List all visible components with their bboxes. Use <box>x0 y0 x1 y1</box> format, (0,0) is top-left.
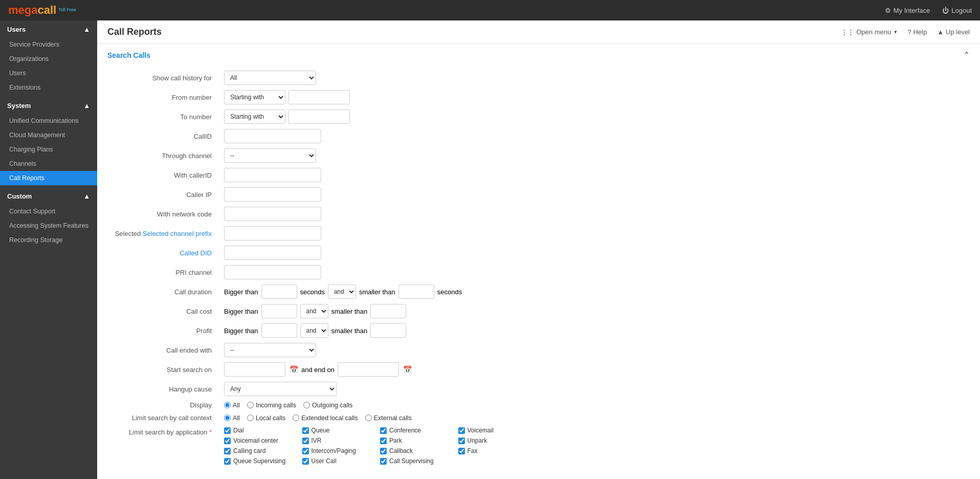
to-number-filter-select[interactable]: Starting with Exact Contains <box>224 110 285 124</box>
through-channel-select[interactable]: -- <box>224 148 316 163</box>
sidebar-item-unified-communications[interactable]: Unified Communications <box>0 114 97 128</box>
context-extended-radio[interactable] <box>293 415 299 421</box>
display-outgoing-label[interactable]: Outgoing calls <box>303 402 352 409</box>
end-calendar-icon[interactable]: 📅 <box>403 365 412 374</box>
end-date-input[interactable] <box>338 362 399 377</box>
app-voicemail-center-label[interactable]: Voicemail center <box>224 437 297 444</box>
show-call-history-select[interactable]: All Selected Users All Users <box>224 71 316 85</box>
label-pri-channel: PRI channel <box>107 263 220 282</box>
app-dial-checkbox[interactable] <box>224 427 231 434</box>
app-queue-supervising-label[interactable]: Queue Supervising <box>224 458 297 465</box>
call-ended-select[interactable]: -- <box>224 343 316 357</box>
app-callback-checkbox[interactable] <box>380 448 387 454</box>
app-voicemail-checkbox[interactable] <box>458 427 465 434</box>
cost-and-select[interactable]: and or <box>300 304 328 318</box>
start-date-input[interactable] <box>224 362 285 377</box>
display-incoming-label[interactable]: Incoming calls <box>247 402 296 409</box>
callerid-input[interactable] <box>224 168 321 182</box>
app-queue-supervising-checkbox[interactable] <box>224 458 231 465</box>
sidebar-item-organizations[interactable]: Organizations <box>0 52 97 66</box>
app-unpark-label[interactable]: Unpark <box>458 437 531 444</box>
my-interface-label: My Interface <box>894 7 930 14</box>
field-to-number: Starting with Exact Contains <box>220 107 970 126</box>
context-local-label[interactable]: Local calls <box>247 415 285 422</box>
my-interface-button[interactable]: ⚙ My Interface <box>885 7 930 14</box>
form-row-callid: CallID <box>107 126 970 146</box>
context-external-label[interactable]: External calls <box>365 415 412 422</box>
app-user-call-checkbox[interactable] <box>302 458 309 465</box>
up-level-button[interactable]: ▲ Up level <box>937 28 970 36</box>
display-incoming-radio[interactable] <box>247 402 254 408</box>
app-call-supervising-label[interactable]: Call Supervising <box>380 458 453 465</box>
app-user-call-label[interactable]: User Call <box>302 458 375 465</box>
collapse-button[interactable]: ⌃ <box>963 50 970 60</box>
app-ivr-checkbox[interactable] <box>302 438 309 444</box>
from-number-filter-select[interactable]: Starting with Exact Contains <box>224 90 285 104</box>
context-extended-label[interactable]: Extended local calls <box>293 415 358 422</box>
cost-smaller-input[interactable] <box>370 304 406 318</box>
sidebar-system-header[interactable]: System ▲ <box>0 97 97 114</box>
app-voicemail-center-checkbox[interactable] <box>224 438 231 444</box>
app-fax-checkbox[interactable] <box>458 448 465 454</box>
sidebar-item-service-providers[interactable]: Service Providers <box>0 37 97 52</box>
app-voicemail-label[interactable]: Voicemail <box>458 427 531 434</box>
duration-bigger-input[interactable] <box>261 285 297 299</box>
profit-and-select[interactable]: and or <box>300 323 328 338</box>
start-calendar-icon[interactable]: 📅 <box>289 365 298 374</box>
duration-and-select[interactable]: and or <box>328 285 356 299</box>
application-checkboxes: Dial Queue Conference Voicemail Voicemai… <box>224 427 531 465</box>
sidebar-item-cloud-management[interactable]: Cloud Management <box>0 128 97 142</box>
app-park-label[interactable]: Park <box>380 437 453 444</box>
logout-button[interactable]: ⏻ Logout <box>942 7 972 14</box>
context-all-radio[interactable] <box>224 415 231 421</box>
display-all-label[interactable]: All <box>224 402 240 409</box>
context-external-radio[interactable] <box>365 415 372 421</box>
from-number-input[interactable] <box>288 90 350 104</box>
search-calls-title[interactable]: Search Calls <box>107 51 150 59</box>
app-conference-label[interactable]: Conference <box>380 427 453 434</box>
help-button[interactable]: ? Help <box>907 28 927 36</box>
app-callback-label[interactable]: Callback <box>380 447 453 454</box>
sidebar-item-charging-plans[interactable]: Charging Plans <box>0 142 97 157</box>
network-code-input[interactable] <box>224 207 321 221</box>
sidebar-item-call-reports[interactable]: Call Reports <box>0 171 97 185</box>
context-local-radio[interactable] <box>247 415 254 421</box>
app-ivr-label[interactable]: IVR <box>302 437 375 444</box>
sidebar-item-channels[interactable]: Channels <box>0 157 97 171</box>
sidebar-item-contact-support[interactable]: Contact Support <box>0 204 97 219</box>
app-calling-card-checkbox[interactable] <box>224 448 231 454</box>
profit-smaller-input[interactable] <box>370 323 406 338</box>
app-park-checkbox[interactable] <box>380 438 387 444</box>
duration-smaller-input[interactable] <box>398 285 434 299</box>
pri-channel-input[interactable] <box>224 265 321 279</box>
open-menu-button[interactable]: ⋮⋮ Open menu ▾ <box>841 28 897 36</box>
cost-bigger-input[interactable] <box>261 304 297 318</box>
app-queue-checkbox[interactable] <box>302 427 309 434</box>
sidebar-item-extensions[interactable]: Extensions <box>0 80 97 95</box>
sidebar-item-users[interactable]: Users <box>0 66 97 80</box>
context-all-label[interactable]: All <box>224 415 240 422</box>
app-dial-label[interactable]: Dial <box>224 427 297 434</box>
hangup-cause-select[interactable]: Any Normal Busy No Answer Failed <box>224 382 337 396</box>
to-number-input[interactable] <box>288 110 350 124</box>
app-intercom-label[interactable]: Intercom/Paging <box>302 447 375 454</box>
sidebar-users-header[interactable]: Users ▲ <box>0 20 97 37</box>
sidebar-item-accessing-system-features[interactable]: Accessing System Features <box>0 219 97 233</box>
app-intercom-checkbox[interactable] <box>302 448 309 454</box>
app-call-supervising-checkbox[interactable] <box>380 458 387 465</box>
app-queue-label[interactable]: Queue <box>302 427 375 434</box>
sidebar-item-recording-storage[interactable]: Recording Storage <box>0 233 97 247</box>
app-fax-label[interactable]: Fax <box>458 447 531 454</box>
callid-input[interactable] <box>224 129 321 143</box>
required-asterisk: * <box>209 428 212 436</box>
display-all-radio[interactable] <box>224 402 231 408</box>
app-calling-card-label[interactable]: Calling card <box>224 447 297 454</box>
profit-bigger-input[interactable] <box>261 323 297 338</box>
called-did-input[interactable] <box>224 246 321 260</box>
sidebar-custom-header[interactable]: Custom ▲ <box>0 187 97 204</box>
caller-ip-input[interactable] <box>224 187 321 202</box>
display-outgoing-radio[interactable] <box>303 402 310 408</box>
channel-prefix-input[interactable] <box>224 226 321 241</box>
app-conference-checkbox[interactable] <box>380 427 387 434</box>
app-unpark-checkbox[interactable] <box>458 438 465 444</box>
